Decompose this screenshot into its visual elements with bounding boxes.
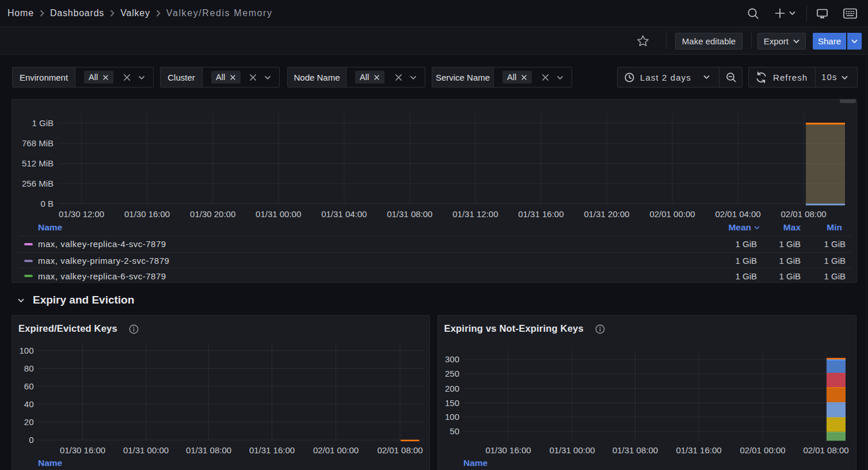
svg-text:01/30 16:00: 01/30 16:00 xyxy=(485,445,531,455)
svg-text:02/01 08:00: 02/01 08:00 xyxy=(781,209,826,219)
svg-text:40: 40 xyxy=(24,399,34,409)
svg-text:01/31 20:00: 01/31 20:00 xyxy=(584,209,629,219)
svg-text:02/01 04:00: 02/01 04:00 xyxy=(715,209,760,219)
svg-text:01/31 00:00: 01/31 00:00 xyxy=(549,445,595,455)
svg-text:50: 50 xyxy=(450,426,459,436)
svg-text:01/31 16:00: 01/31 16:00 xyxy=(249,445,295,455)
svg-text:80: 80 xyxy=(24,363,34,373)
svg-text:300: 300 xyxy=(445,354,459,364)
svg-text:256 MiB: 256 MiB xyxy=(22,179,54,188)
svg-text:01/30 20:00: 01/30 20:00 xyxy=(190,209,235,219)
svg-text:02/01 00:00: 02/01 00:00 xyxy=(649,209,695,219)
svg-text:01/30 16:00: 01/30 16:00 xyxy=(124,209,170,219)
svg-text:512 MiB: 512 MiB xyxy=(22,158,54,168)
svg-text:0: 0 xyxy=(29,435,33,445)
svg-text:200: 200 xyxy=(445,384,459,393)
svg-text:01/31 08:00: 01/31 08:00 xyxy=(612,445,658,455)
svg-text:0 B: 0 B xyxy=(40,199,54,209)
svg-text:150: 150 xyxy=(445,398,459,408)
svg-text:01/31 12:00: 01/31 12:00 xyxy=(452,209,498,219)
svg-text:100: 100 xyxy=(445,412,459,422)
svg-text:01/31 08:00: 01/31 08:00 xyxy=(387,209,432,219)
svg-text:100: 100 xyxy=(19,346,33,355)
svg-text:250: 250 xyxy=(445,369,459,378)
svg-text:02/01 08:00: 02/01 08:00 xyxy=(377,445,422,455)
svg-text:01/31 00:00: 01/31 00:00 xyxy=(256,209,301,219)
svg-text:01/31 16:00: 01/31 16:00 xyxy=(676,445,721,455)
svg-text:02/01 00:00: 02/01 00:00 xyxy=(740,445,785,455)
svg-text:60: 60 xyxy=(24,381,34,391)
svg-text:01/31 00:00: 01/31 00:00 xyxy=(123,445,169,455)
svg-text:01/31 04:00: 01/31 04:00 xyxy=(321,209,367,219)
svg-text:01/31 08:00: 01/31 08:00 xyxy=(186,445,231,455)
svg-text:01/31 16:00: 01/31 16:00 xyxy=(518,209,564,219)
svg-text:20: 20 xyxy=(24,417,34,427)
svg-text:768 MiB: 768 MiB xyxy=(22,138,54,148)
svg-text:01/30 16:00: 01/30 16:00 xyxy=(60,445,105,455)
svg-text:02/01 08:00: 02/01 08:00 xyxy=(803,445,848,455)
svg-text:01/30 12:00: 01/30 12:00 xyxy=(59,209,104,219)
svg-text:02/01 00:00: 02/01 00:00 xyxy=(313,445,359,455)
svg-text:1 GiB: 1 GiB xyxy=(32,118,54,128)
